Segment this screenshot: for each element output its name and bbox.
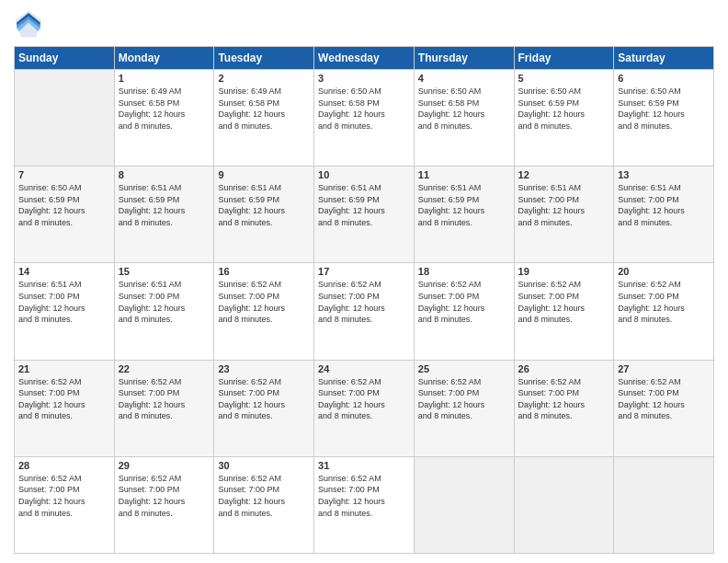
day-info: Sunrise: 6:52 AM Sunset: 7:00 PM Dayligh…	[218, 279, 310, 325]
calendar-cell: 22Sunrise: 6:52 AM Sunset: 7:00 PM Dayli…	[114, 360, 214, 456]
day-number: 21	[18, 363, 110, 374]
calendar-cell: 2Sunrise: 6:49 AM Sunset: 6:58 PM Daylig…	[214, 70, 314, 167]
day-number: 31	[318, 460, 410, 471]
calendar-cell: 5Sunrise: 6:50 AM Sunset: 6:59 PM Daylig…	[514, 70, 614, 167]
day-number: 20	[618, 266, 710, 277]
calendar-cell: 14Sunrise: 6:51 AM Sunset: 7:00 PM Dayli…	[15, 263, 115, 360]
calendar-cell: 31Sunrise: 6:52 AM Sunset: 7:00 PM Dayli…	[314, 456, 415, 553]
week-row-2: 7Sunrise: 6:50 AM Sunset: 6:59 PM Daylig…	[15, 167, 714, 263]
day-number: 30	[218, 460, 310, 471]
day-info: Sunrise: 6:51 AM Sunset: 7:00 PM Dayligh…	[618, 182, 710, 228]
day-number: 3	[318, 73, 410, 84]
col-header-friday: Friday	[514, 47, 614, 70]
calendar-cell	[614, 456, 714, 553]
day-number: 26	[518, 363, 610, 374]
calendar-cell: 9Sunrise: 6:51 AM Sunset: 6:59 PM Daylig…	[214, 167, 314, 263]
calendar-cell: 8Sunrise: 6:51 AM Sunset: 6:59 PM Daylig…	[114, 167, 214, 263]
calendar-cell	[15, 70, 115, 167]
calendar-cell	[514, 456, 614, 553]
day-number: 29	[119, 460, 210, 471]
day-number: 23	[218, 363, 310, 374]
calendar-cell: 15Sunrise: 6:51 AM Sunset: 7:00 PM Dayli…	[114, 263, 214, 360]
day-info: Sunrise: 6:51 AM Sunset: 6:59 PM Dayligh…	[119, 182, 210, 228]
day-number: 1	[119, 73, 210, 84]
day-number: 14	[18, 266, 110, 277]
day-number: 4	[418, 73, 510, 84]
day-info: Sunrise: 6:52 AM Sunset: 7:00 PM Dayligh…	[518, 376, 610, 422]
day-info: Sunrise: 6:50 AM Sunset: 6:59 PM Dayligh…	[518, 86, 610, 132]
day-info: Sunrise: 6:50 AM Sunset: 6:59 PM Dayligh…	[618, 86, 710, 132]
day-info: Sunrise: 6:52 AM Sunset: 7:00 PM Dayligh…	[218, 376, 310, 422]
day-number: 12	[518, 169, 610, 180]
day-info: Sunrise: 6:52 AM Sunset: 7:00 PM Dayligh…	[418, 279, 510, 325]
calendar-cell: 25Sunrise: 6:52 AM Sunset: 7:00 PM Dayli…	[414, 360, 514, 456]
calendar-cell: 28Sunrise: 6:52 AM Sunset: 7:00 PM Dayli…	[15, 456, 115, 553]
calendar-cell: 20Sunrise: 6:52 AM Sunset: 7:00 PM Dayli…	[614, 263, 714, 360]
col-header-sunday: Sunday	[15, 47, 115, 70]
day-info: Sunrise: 6:52 AM Sunset: 7:00 PM Dayligh…	[119, 376, 210, 422]
day-info: Sunrise: 6:52 AM Sunset: 7:00 PM Dayligh…	[18, 473, 110, 519]
col-header-wednesday: Wednesday	[314, 47, 415, 70]
calendar-cell: 16Sunrise: 6:52 AM Sunset: 7:00 PM Dayli…	[214, 263, 314, 360]
day-number: 22	[119, 363, 210, 374]
day-info: Sunrise: 6:50 AM Sunset: 6:58 PM Dayligh…	[318, 86, 410, 132]
day-info: Sunrise: 6:52 AM Sunset: 7:00 PM Dayligh…	[318, 473, 410, 519]
day-number: 11	[418, 169, 510, 180]
day-number: 17	[318, 266, 410, 277]
week-row-1: 1Sunrise: 6:49 AM Sunset: 6:58 PM Daylig…	[15, 70, 714, 167]
col-header-thursday: Thursday	[414, 47, 514, 70]
day-info: Sunrise: 6:49 AM Sunset: 6:58 PM Dayligh…	[119, 86, 210, 132]
day-number: 7	[18, 169, 110, 180]
calendar-cell: 26Sunrise: 6:52 AM Sunset: 7:00 PM Dayli…	[514, 360, 614, 456]
calendar-cell: 4Sunrise: 6:50 AM Sunset: 6:58 PM Daylig…	[414, 70, 514, 167]
calendar-cell: 17Sunrise: 6:52 AM Sunset: 7:00 PM Dayli…	[314, 263, 415, 360]
calendar-cell: 13Sunrise: 6:51 AM Sunset: 7:00 PM Dayli…	[614, 167, 714, 263]
calendar-cell: 30Sunrise: 6:52 AM Sunset: 7:00 PM Dayli…	[214, 456, 314, 553]
calendar-cell: 18Sunrise: 6:52 AM Sunset: 7:00 PM Dayli…	[414, 263, 514, 360]
calendar-cell: 6Sunrise: 6:50 AM Sunset: 6:59 PM Daylig…	[614, 70, 714, 167]
day-number: 25	[418, 363, 510, 374]
day-number: 13	[618, 169, 710, 180]
day-number: 10	[318, 169, 410, 180]
day-info: Sunrise: 6:49 AM Sunset: 6:58 PM Dayligh…	[218, 86, 310, 132]
day-info: Sunrise: 6:51 AM Sunset: 7:00 PM Dayligh…	[119, 279, 210, 325]
day-number: 2	[218, 73, 310, 84]
day-number: 18	[418, 266, 510, 277]
calendar-cell	[414, 456, 514, 553]
day-info: Sunrise: 6:52 AM Sunset: 7:00 PM Dayligh…	[318, 279, 410, 325]
calendar-cell: 19Sunrise: 6:52 AM Sunset: 7:00 PM Dayli…	[514, 263, 614, 360]
day-info: Sunrise: 6:52 AM Sunset: 7:00 PM Dayligh…	[119, 473, 210, 519]
day-number: 8	[119, 169, 210, 180]
header	[14, 9, 714, 39]
calendar-cell: 24Sunrise: 6:52 AM Sunset: 7:00 PM Dayli…	[314, 360, 415, 456]
calendar-cell: 29Sunrise: 6:52 AM Sunset: 7:00 PM Dayli…	[114, 456, 214, 553]
day-info: Sunrise: 6:52 AM Sunset: 7:00 PM Dayligh…	[618, 376, 710, 422]
day-info: Sunrise: 6:52 AM Sunset: 7:00 PM Dayligh…	[218, 473, 310, 519]
day-number: 27	[618, 363, 710, 374]
day-info: Sunrise: 6:52 AM Sunset: 7:00 PM Dayligh…	[418, 376, 510, 422]
day-number: 6	[618, 73, 710, 84]
day-info: Sunrise: 6:51 AM Sunset: 6:59 PM Dayligh…	[218, 182, 310, 228]
col-header-tuesday: Tuesday	[214, 47, 314, 70]
day-number: 19	[518, 266, 610, 277]
day-info: Sunrise: 6:52 AM Sunset: 7:00 PM Dayligh…	[518, 279, 610, 325]
week-row-3: 14Sunrise: 6:51 AM Sunset: 7:00 PM Dayli…	[15, 263, 714, 360]
day-info: Sunrise: 6:50 AM Sunset: 6:59 PM Dayligh…	[18, 182, 110, 228]
day-number: 9	[218, 169, 310, 180]
day-info: Sunrise: 6:51 AM Sunset: 7:00 PM Dayligh…	[18, 279, 110, 325]
day-info: Sunrise: 6:51 AM Sunset: 6:59 PM Dayligh…	[418, 182, 510, 228]
calendar-cell: 11Sunrise: 6:51 AM Sunset: 6:59 PM Dayli…	[414, 167, 514, 263]
logo	[14, 9, 47, 39]
day-info: Sunrise: 6:52 AM Sunset: 7:00 PM Dayligh…	[318, 376, 410, 422]
day-info: Sunrise: 6:52 AM Sunset: 7:00 PM Dayligh…	[18, 376, 110, 422]
calendar-table: SundayMondayTuesdayWednesdayThursdayFrid…	[14, 46, 714, 554]
day-info: Sunrise: 6:52 AM Sunset: 7:00 PM Dayligh…	[618, 279, 710, 325]
day-number: 15	[119, 266, 210, 277]
logo-icon	[14, 9, 43, 39]
calendar-cell: 3Sunrise: 6:50 AM Sunset: 6:58 PM Daylig…	[314, 70, 415, 167]
calendar-cell: 12Sunrise: 6:51 AM Sunset: 7:00 PM Dayli…	[514, 167, 614, 263]
day-number: 5	[518, 73, 610, 84]
calendar-cell: 23Sunrise: 6:52 AM Sunset: 7:00 PM Dayli…	[214, 360, 314, 456]
calendar-cell: 27Sunrise: 6:52 AM Sunset: 7:00 PM Dayli…	[614, 360, 714, 456]
header-row: SundayMondayTuesdayWednesdayThursdayFrid…	[15, 47, 714, 70]
